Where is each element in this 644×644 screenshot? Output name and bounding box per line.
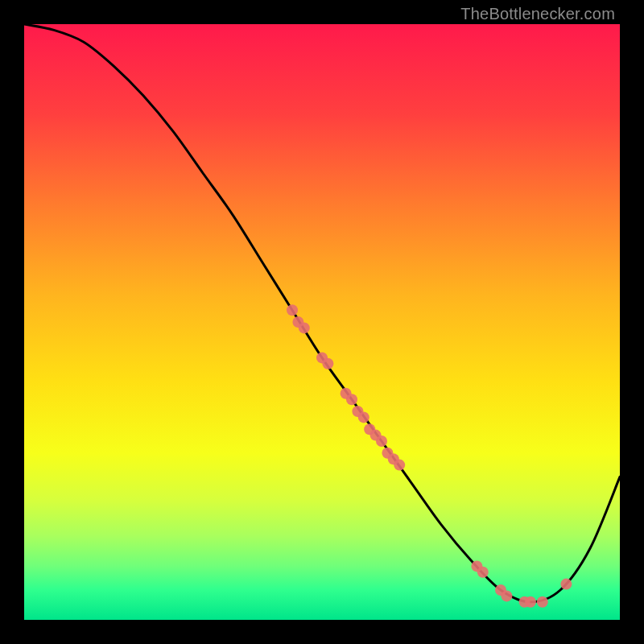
marker-point (501, 590, 512, 601)
marker-point (537, 597, 548, 608)
bottleneck-chart (24, 24, 620, 620)
marker-point (322, 358, 333, 369)
marker-point (560, 579, 572, 590)
marker-point (299, 322, 310, 333)
marker-point (525, 597, 536, 608)
marker-point (346, 394, 357, 405)
watermark-text: TheBottlenecker.com (460, 5, 615, 23)
marker-point (287, 304, 298, 316)
marker-point (358, 411, 369, 423)
marker-point (394, 460, 405, 471)
marker-point (477, 567, 489, 578)
chart-background (24, 24, 620, 620)
marker-point (376, 436, 387, 447)
